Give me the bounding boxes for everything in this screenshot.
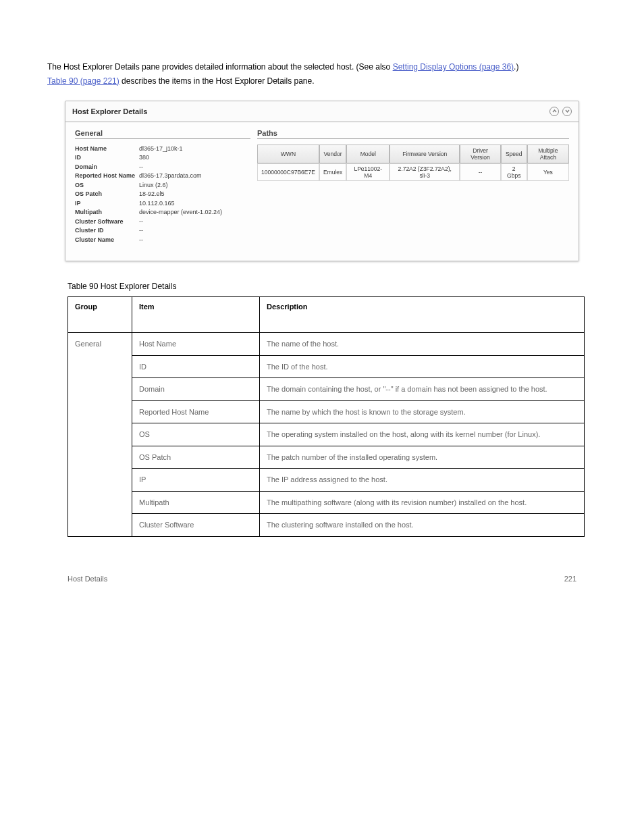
item-cell: OS — [132, 423, 260, 446]
paths-cell: -- — [460, 163, 501, 181]
paths-col-header[interactable]: Speed — [501, 145, 527, 163]
panel-title: Host Explorer Details — [72, 107, 147, 115]
desc-cell: The clustering software installed on the… — [260, 514, 585, 537]
kv-label: OS Patch — [75, 190, 139, 199]
kv-value: Linux (2.6) — [139, 181, 250, 190]
table-caption: Table 90 Host Explorer Details — [68, 282, 597, 291]
table-row: IDThe ID of the host. — [68, 355, 585, 378]
xref-table-link[interactable]: Table 90 (page 221) — [47, 76, 119, 86]
kv-label: Reported Host Name — [75, 172, 139, 181]
paths-cell: Yes — [527, 163, 569, 181]
footer-page-number: 221 — [564, 575, 576, 583]
kv-row: Cluster Name-- — [75, 236, 250, 245]
kv-row: Cluster Software-- — [75, 217, 250, 227]
kv-row: OS Patch18-92.el5 — [75, 190, 250, 199]
host-explorer-panel: Host Explorer Details General Host Named… — [65, 101, 579, 262]
paths-col-header[interactable]: Vendor — [319, 145, 346, 163]
item-cell: ID — [132, 355, 260, 378]
col-header-desc: Description — [260, 297, 585, 333]
kv-label: IP — [75, 199, 139, 209]
item-cell: Reported Host Name — [132, 400, 260, 423]
table-row: IPThe IP address assigned to the host. — [68, 469, 585, 492]
table-row: DomainThe domain containing the host, or… — [68, 378, 585, 401]
kv-label: OS — [75, 181, 139, 190]
desc-cell: The patch number of the installed operat… — [260, 446, 585, 469]
kv-value: 18-92.el5 — [139, 190, 250, 199]
kv-value: -- — [139, 163, 250, 172]
kv-label: Cluster ID — [75, 226, 139, 236]
paths-cell: 2 Gbps — [501, 163, 527, 181]
kv-value: 10.112.0.165 — [139, 199, 250, 209]
kv-value: -- — [139, 217, 250, 227]
table-row: GeneralHost NameThe name of the host. — [68, 333, 585, 356]
col-header-item: Item — [132, 297, 260, 333]
kv-value: dl365-17_j10k-1 — [139, 145, 250, 154]
paths-col-header[interactable]: Driver Version — [460, 145, 501, 163]
kv-row: ID380 — [75, 153, 250, 163]
table-row: 10000000C97B6E7EEmulexLPe11002-M42.72A2 … — [257, 163, 569, 181]
kv-row: Domain-- — [75, 163, 250, 172]
kv-label: Host Name — [75, 145, 139, 154]
paths-col-header[interactable]: Multiple Attach — [527, 145, 569, 163]
kv-label: Multipath — [75, 208, 139, 217]
table-row: OS PatchThe patch number of the installe… — [68, 446, 585, 469]
table-row: OSThe operating system installed on the … — [68, 423, 585, 446]
kv-row: OSLinux (2.6) — [75, 181, 250, 190]
kv-value: dl365-17.3pardata.com — [139, 172, 250, 181]
desc-cell: The domain containing the host, or "--" … — [260, 378, 585, 401]
expand-down-icon[interactable] — [562, 107, 572, 116]
item-cell: Multipath — [132, 491, 260, 514]
paths-section-header: Paths — [257, 129, 569, 139]
kv-row: Multipathdevice-mapper (event-1.02.24) — [75, 208, 250, 217]
description-table: Group Item Description GeneralHost NameT… — [68, 296, 585, 537]
kv-label: Cluster Software — [75, 217, 139, 227]
desc-cell: The name of the host. — [260, 333, 585, 356]
kv-value: -- — [139, 236, 250, 245]
paths-table: WWNVendorModelFirmware VersionDriver Ver… — [257, 145, 569, 181]
kv-row: IP10.112.0.165 — [75, 199, 250, 209]
item-cell: IP — [132, 469, 260, 492]
footer-section-title: Host Details — [68, 575, 107, 583]
general-section-header: General — [75, 129, 250, 139]
paths-col-header[interactable]: Model — [346, 145, 390, 163]
table-row: MultipathThe multipathing software (alon… — [68, 491, 585, 514]
intro-link-settings[interactable]: Setting Display Options (page 36) — [393, 62, 514, 72]
paths-cell: LPe11002-M4 — [346, 163, 390, 181]
paths-cell: 10000000C97B6E7E — [257, 163, 319, 181]
intro-text-1: The Host Explorer Details pane provides … — [47, 62, 390, 72]
collapse-up-icon[interactable] — [549, 107, 559, 116]
xref-rest: describes the items in the Host Explorer… — [119, 76, 315, 86]
kv-row: Host Namedl365-17_j10k-1 — [75, 145, 250, 154]
table-row: Reported Host NameThe name by which the … — [68, 400, 585, 423]
col-header-group: Group — [68, 297, 132, 333]
intro-after-link: .) — [514, 62, 518, 72]
paths-col-header[interactable]: Firmware Version — [390, 145, 460, 163]
kv-label: ID — [75, 153, 139, 163]
desc-cell: The name by which the host is known to t… — [260, 400, 585, 423]
item-cell: OS Patch — [132, 446, 260, 469]
kv-row: Reported Host Namedl365-17.3pardata.com — [75, 172, 250, 181]
desc-cell: The multipathing software (along with it… — [260, 491, 585, 514]
table-row: Cluster SoftwareThe clustering software … — [68, 514, 585, 537]
paths-cell: Emulex — [319, 163, 346, 181]
desc-cell: The ID of the host. — [260, 355, 585, 378]
general-kv-list: Host Namedl365-17_j10k-1ID380Domain--Rep… — [75, 145, 250, 245]
desc-cell: The operating system installed on the ho… — [260, 423, 585, 446]
item-cell: Domain — [132, 378, 260, 401]
paths-cell: 2.72A2 (Z3F2.72A2), sli-3 — [390, 163, 460, 181]
item-cell: Cluster Software — [132, 514, 260, 537]
kv-label: Cluster Name — [75, 236, 139, 245]
kv-row: Cluster ID-- — [75, 226, 250, 236]
desc-cell: The IP address assigned to the host. — [260, 469, 585, 492]
kv-value: device-mapper (event-1.02.24) — [139, 208, 250, 217]
kv-value: 380 — [139, 153, 250, 163]
kv-label: Domain — [75, 163, 139, 172]
kv-value: -- — [139, 226, 250, 236]
group-cell: General — [68, 333, 132, 537]
item-cell: Host Name — [132, 333, 260, 356]
paths-col-header[interactable]: WWN — [257, 145, 319, 163]
